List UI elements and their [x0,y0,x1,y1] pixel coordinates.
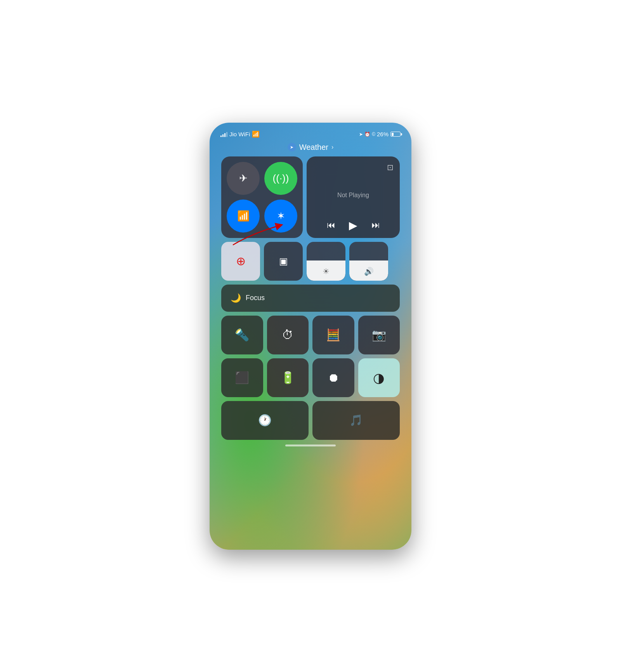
camera-icon: 📷 [372,328,386,342]
screen-mirror-icon: ▣ [279,256,288,267]
status-left: Jio WiFi 📶 [220,130,260,138]
location-arrow-icon: ➤ [290,145,293,150]
volume-icon: 🔊 [364,267,374,276]
connectivity-block: ✈ ((·)) 📶 ✶ [221,156,303,238]
battery-indicator [390,132,401,137]
media-rewind-button[interactable]: ⏮ [327,220,335,230]
small-button-group: ⊕ ▣ [221,242,303,281]
media-play-button[interactable]: ▶ [349,219,357,232]
media-top: ⊡ [313,163,394,172]
orientation-lock-icon: © [372,132,375,137]
screen-record-icon: ⏺ [328,371,339,384]
calculator-icon: 🧮 [326,328,340,342]
calculator-button[interactable]: 🧮 [312,316,354,354]
low-battery-mode-button[interactable]: 🔋 [267,358,309,397]
weather-banner[interactable]: ➤ Weather › [288,143,334,152]
brightness-icon: ☀ [323,267,330,276]
screen-record-button[interactable]: ⏺ [312,358,354,397]
status-bar: Jio WiFi 📶 ➤ ⏰ © 26% [210,128,411,141]
signal-bar-2 [222,134,224,137]
low-battery-icon: 🔋 [281,371,295,384]
status-right: ➤ ⏰ © 26% [359,131,401,137]
wifi-icon: 📶 [237,210,250,222]
wifi-status-icon: 📶 [252,130,260,138]
brightness-slider[interactable]: ☀ [307,242,345,281]
accessibility-icon: ◑ [373,370,385,385]
phone-frame: Jio WiFi 📶 ➤ ⏰ © 26% ➤ [210,123,411,550]
qr-scanner-button[interactable]: ⬛ [221,358,263,397]
airplay-icon[interactable]: ⊡ [387,163,394,172]
location-status-icon: ➤ [359,132,363,137]
signal-bar-4 [226,132,227,137]
alarm-icon: ⏰ [364,132,370,137]
personal-hotspot-button[interactable]: ((·)) [264,162,297,195]
hotspot-icon: ((·)) [273,172,289,184]
media-player-block: ⊡ Not Playing ⏮ ▶ ⏭ [307,156,400,238]
row-connectivity-media: ✈ ((·)) 📶 ✶ ⊡ [221,156,400,238]
qr-scanner-icon: ⬛ [235,371,249,384]
phone-content: Jio WiFi 📶 ➤ ⏰ © 26% ➤ [210,123,411,550]
music-recognition-button[interactable]: 🎵 [312,401,400,440]
moon-icon: 🌙 [231,293,241,303]
lock-rotation-icon: ⊕ [236,254,246,268]
status-icons: ➤ ⏰ © 26% [359,131,389,137]
screen-mirror-button[interactable]: ▣ [264,242,303,281]
home-indicator[interactable] [285,445,336,446]
media-forward-button[interactable]: ⏭ [371,220,380,230]
battery-container [390,132,401,137]
signal-bars [220,132,227,137]
bluetooth-icon: ✶ [277,210,285,222]
icon-grid-row6: 🕐 🎵 [221,401,400,440]
control-center: ✈ ((·)) 📶 ✶ ⊡ [221,156,400,440]
icon-grid-row5: ⬛ 🔋 ⏺ ◑ [221,358,400,397]
flashlight-icon: 🔦 [235,328,249,342]
focus-label: Focus [246,294,265,302]
carrier-label: Jio WiFi [229,131,250,137]
location-icon-circle: ➤ [288,143,296,151]
bluetooth-button[interactable]: ✶ [264,200,297,233]
stopwatch-button[interactable]: 🕐 [221,401,309,440]
accessibility-button[interactable]: ◑ [358,358,400,397]
battery-percent-label: 26% [377,131,389,137]
airplane-mode-button[interactable]: ✈ [227,162,260,195]
sliders-group: ☀ 🔊 [307,242,388,281]
battery-fill [392,133,394,136]
focus-button[interactable]: 🌙 Focus [221,285,400,312]
wifi-button[interactable]: 📶 [227,200,260,233]
music-recognition-icon: 🎵 [349,414,363,427]
stopwatch-icon: 🕐 [258,414,272,427]
weather-title: Weather [299,143,328,152]
airplane-icon: ✈ [239,172,248,184]
camera-button[interactable]: 📷 [358,316,400,354]
lock-rotation-button[interactable]: ⊕ [221,242,260,281]
row-small-controls: ⊕ ▣ ☀ 🔊 [221,242,400,281]
icon-grid-row4: 🔦 ⏱ 🧮 📷 [221,316,400,354]
media-controls: ⏮ ▶ ⏭ [313,219,394,232]
timer-icon: ⏱ [282,328,293,342]
weather-chevron-icon: › [331,144,333,151]
signal-bar-1 [220,135,222,137]
timer-button[interactable]: ⏱ [267,316,309,354]
flashlight-button[interactable]: 🔦 [221,316,263,354]
media-not-playing-label: Not Playing [313,172,394,219]
signal-bar-3 [224,133,226,137]
volume-slider[interactable]: 🔊 [349,242,388,281]
